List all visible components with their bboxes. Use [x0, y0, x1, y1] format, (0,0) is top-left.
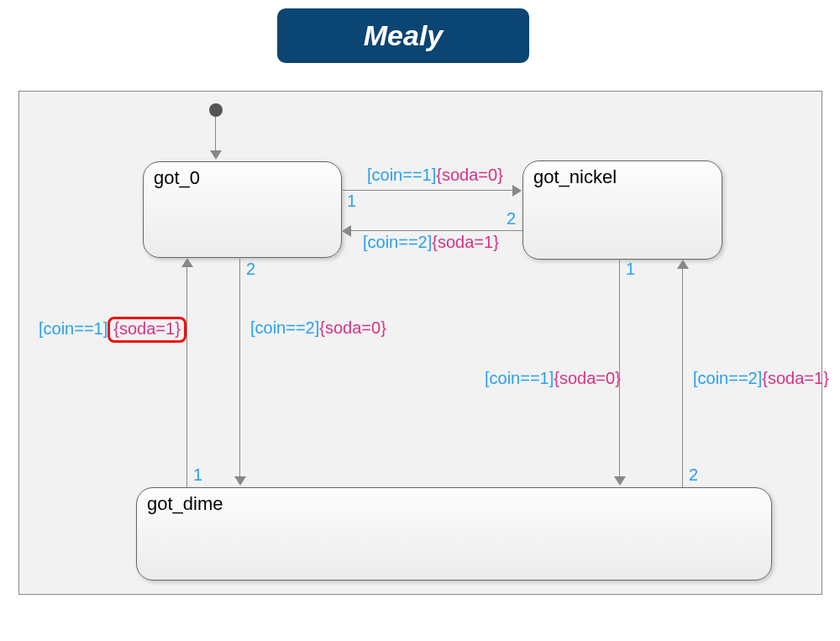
- state-got-0[interactable]: got_0: [143, 161, 342, 258]
- state-label: got_nickel: [533, 166, 617, 188]
- arrow-up-icon: [181, 258, 193, 267]
- edge-t1: [341, 190, 513, 191]
- state-label: got_dime: [147, 493, 223, 515]
- edge-t6: [682, 269, 683, 487]
- state-got-dime[interactable]: got_dime: [136, 487, 772, 581]
- num-t4: 1: [193, 465, 202, 485]
- num-t2: 2: [507, 209, 516, 229]
- num-t5: 1: [626, 260, 635, 279]
- arrow-up-icon: [677, 260, 689, 269]
- edge-t2: [351, 230, 522, 231]
- edge-t5: [619, 259, 620, 477]
- cond-t4: [coin==1]{soda=1}: [39, 317, 186, 343]
- state-label: got_0: [154, 167, 200, 189]
- arrow-left-icon: [342, 225, 351, 237]
- cond-t6: [coin==2]{soda=1}: [693, 369, 829, 388]
- cond-t1: [coin==1]{soda=0}: [367, 166, 503, 185]
- arrow-down-icon: [210, 150, 222, 160]
- initial-edge: [215, 117, 216, 152]
- cond-t2: [coin==2]{soda=1}: [363, 233, 499, 252]
- arrow-down-icon: [234, 476, 246, 486]
- initial-dot: [209, 103, 223, 117]
- cond-t3: [coin==2]{soda=0}: [250, 318, 386, 338]
- num-t3: 2: [246, 260, 255, 279]
- arrow-down-icon: [614, 476, 626, 486]
- arrow-right-icon: [512, 185, 522, 197]
- state-got-nickel[interactable]: got_nickel: [522, 160, 722, 260]
- num-t6: 2: [689, 465, 698, 485]
- edge-t3: [239, 257, 240, 477]
- edge-t4: [186, 267, 187, 487]
- title-badge: Mealy: [277, 8, 529, 63]
- cond-t5: [coin==1]{soda=0}: [485, 369, 621, 388]
- highlight-box: {soda=1}: [108, 317, 186, 343]
- num-t1: 1: [347, 192, 356, 211]
- stateflow-chart: got_0 got_nickel got_dime 1 [coin==1]{so…: [18, 91, 822, 595]
